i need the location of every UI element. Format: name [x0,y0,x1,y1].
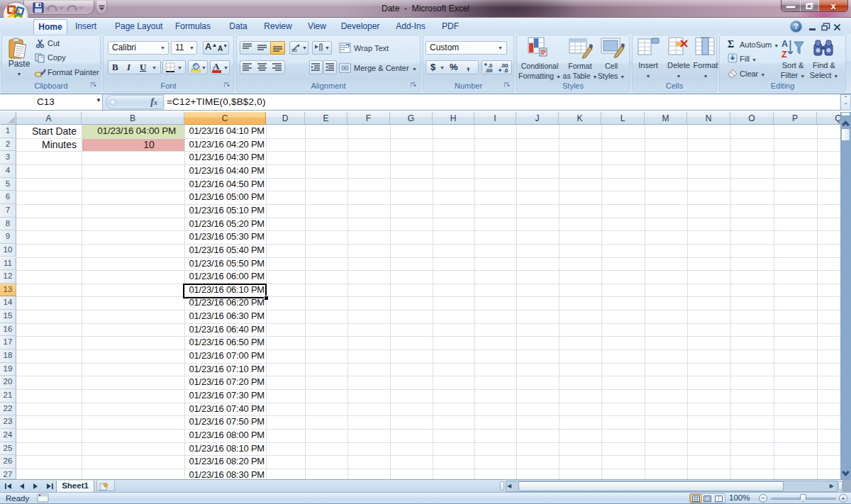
svg-text:A: A [782,39,788,49]
svg-text:.0: .0 [504,67,508,73]
svg-text:.00: .00 [485,67,492,73]
svg-text:ab: ab [291,47,297,52]
svg-text:Z: Z [782,50,787,60]
